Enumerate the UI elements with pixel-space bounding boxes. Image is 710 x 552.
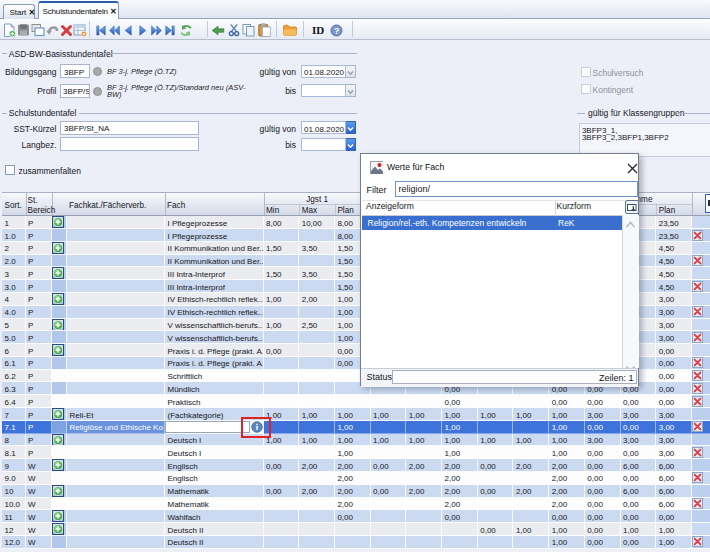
svg-text:?: ?: [334, 26, 339, 36]
